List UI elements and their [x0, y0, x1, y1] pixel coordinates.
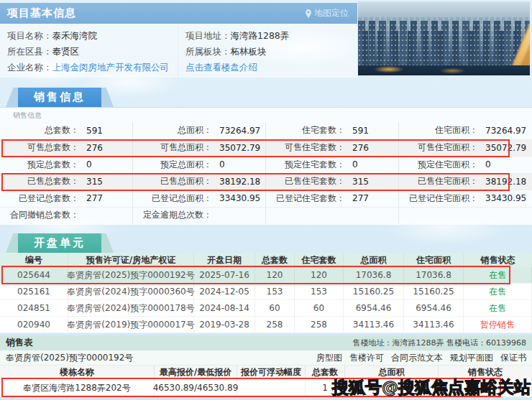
sales-permit-link[interactable]: 售楼许可 — [349, 352, 384, 364]
floorplan-link[interactable]: 房型图 — [316, 352, 342, 364]
table-row: 025161 奉贤房管(2024)预字0000360号 2024-12-05 1… — [0, 284, 532, 300]
cell-permit: 奉贤房管(2024)预字0000178号 — [68, 300, 194, 316]
field-label: 已售总面积： — [133, 175, 212, 187]
field-label: 已登记总面积： — [133, 192, 212, 205]
table-row: 合同撤销总套数： 定金逾期总次数： — [0, 207, 532, 224]
cell-residential-units: 258 — [295, 317, 344, 332]
field-label: 预定住宅套数： — [266, 159, 345, 171]
field-label: 合同撤销总套数： — [0, 209, 79, 221]
cell-total-units: 120 — [255, 267, 295, 283]
district-value: 奉贤区 — [52, 46, 80, 57]
field-value: 33430.95 — [219, 193, 260, 203]
cell-residential-area: 17036.8 — [404, 267, 464, 283]
field-label: 已登记住宅套数： — [266, 192, 345, 205]
permit-number: 奉贤房管(2025)预字0000192号 — [6, 352, 133, 364]
cell-building-name: 奉贤区海湾路1288弄202号 — [0, 379, 155, 396]
cell-unit-id: 020940 — [0, 317, 68, 332]
cell-residential-area: 34113.46 — [404, 317, 464, 332]
field-label: 定金逾期总次数： — [133, 209, 212, 221]
field-label: 住宅面积： — [399, 124, 478, 136]
table-row: 已售总套数：315 已售总面积：38192.18 已售住宅套数：315 已售住宅… — [0, 173, 532, 190]
contract-sample-link[interactable]: 合同示范文本 — [391, 352, 443, 364]
table-row: 024851 奉贤房管(2024)预字0000178号 2024-08-14 6… — [0, 300, 532, 317]
status-badge: 暂停销售 — [464, 317, 532, 332]
field-value: 315 — [86, 177, 103, 187]
status-badge: 在售 — [464, 267, 532, 283]
view-intro-link[interactable]: 点击查看楼盘介绍 — [185, 62, 257, 73]
cell-residential-units: 120 — [295, 267, 344, 283]
cell-residential-area: 15160.25 — [404, 284, 464, 299]
watermark: 搜狐号@搜狐焦点嘉峪关站 — [332, 376, 531, 399]
map-locate-label: 地图定位 — [314, 7, 349, 19]
field-label: 已售住宅面积： — [399, 175, 478, 187]
company-field: 企业名称： 上海金闵房地产开发有限公司 — [7, 62, 178, 73]
table-row: 可售总套数：276 可售总面积：35072.79 可售住宅套数：276 可售住宅… — [0, 139, 532, 157]
cell-total-units: 153 — [255, 284, 295, 299]
field-value: 277 — [86, 193, 103, 203]
doc-links: 房型图 售楼许可 合同示范文本 规划平面图 保证书 — [316, 352, 526, 364]
district-label: 所在区县： — [7, 46, 52, 57]
tab-opening-units-label: 开盘单元 — [18, 233, 101, 253]
table-row: 020940 奉贤房管(2019)预字0000017号 2019-03-28 2… — [0, 317, 532, 333]
intro-field: 点击查看楼盘介绍 — [185, 62, 357, 73]
basic-info-header: 项目基本信息 地图定位 — [0, 3, 357, 24]
map-pin-icon — [305, 9, 312, 18]
tab-sales-info[interactable]: 销售信息 — [6, 88, 114, 107]
field-label: 预定住宅面积： — [399, 159, 478, 171]
table-row: 总套数：591 总面积：73264.97 住宅套数：591 住宅面积：73264… — [0, 122, 532, 139]
address-label: 项目地址： — [185, 30, 231, 41]
field-value: 276 — [86, 143, 103, 153]
field-label: 可售住宅面积： — [399, 141, 478, 154]
field-value: 38192.18 — [219, 177, 260, 187]
cell-residential-units: 60 — [295, 300, 344, 316]
field-value: 38192.18 — [485, 177, 526, 187]
block-label: 所属板块： — [185, 46, 231, 57]
status-badge: 在售 — [464, 300, 532, 316]
cell-permit: 奉贤房管(2025)预字0000192号 — [68, 267, 194, 283]
table-row: 预定总套数：0 预定总面积：0 预定住宅套数：0 预定住宅面积：0 — [0, 156, 532, 173]
cell-float-range — [237, 379, 306, 396]
project-photo — [358, 1, 530, 75]
cell-residential-units: 153 — [295, 284, 344, 299]
sales-sheet-title: 销售表 — [6, 337, 33, 349]
field-label: 已售住宅套数： — [266, 175, 345, 187]
sales-sheet-permit-row: 奉贤房管(2025)预字0000192号 房型图 售楼许可 合同示范文本 规划平… — [0, 350, 532, 366]
field-value: 35072.79 — [485, 143, 526, 153]
map-locate-link[interactable]: 地图定位 — [305, 3, 349, 24]
column-header: 编号 — [0, 253, 68, 267]
column-header: 总面积 — [344, 253, 404, 267]
field-value: 277 — [352, 193, 369, 203]
field-label: 已售总套数： — [0, 175, 79, 187]
sales-info-sublabel: 销售信息 — [13, 111, 42, 121]
cell-open-date: 2024-12-05 — [194, 284, 255, 299]
cell-unit-id: 024851 — [0, 300, 68, 316]
basic-info-panel: 项目名称： 泰禾海湾院 所在区县： 奉贤区 企业名称： 上海金闵房地产开发有限公… — [0, 24, 357, 78]
column-header: 总套数 — [255, 253, 295, 267]
planning-plan-link[interactable]: 规划平面图 — [450, 352, 493, 364]
column-header: 报价可浮动幅度 — [237, 366, 306, 379]
company-link[interactable]: 上海金闵房地产开发有限公司 — [52, 62, 170, 73]
guarantee-link[interactable]: 保证书 — [500, 352, 526, 364]
tab-sales-info-label: 销售信息 — [18, 88, 101, 107]
cell-total-units: 60 — [255, 300, 295, 316]
opening-units-header-row: 编号 预售许可证/房地产权证 开盘日期 总套数 住宅套数 总面积 住宅面积 销售… — [0, 253, 532, 267]
sales-info-grid: 总套数：591 总面积：73264.97 住宅套数：591 住宅面积：73264… — [0, 122, 532, 223]
field-label: 已登记总套数： — [0, 192, 79, 205]
tab-opening-units[interactable]: 开盘单元 — [6, 233, 114, 253]
field-label: 总面积： — [133, 124, 212, 136]
page-title: 项目基本信息 — [7, 6, 76, 20]
cell-open-date: 2024-08-14 — [194, 300, 255, 316]
field-value: 0 — [352, 159, 358, 169]
field-label: 可售总套数： — [0, 141, 79, 154]
cell-unit-id: 025161 — [0, 284, 68, 299]
cell-total-area: 17036.8 — [344, 267, 404, 283]
district-field: 所在区县： 奉贤区 — [7, 46, 178, 57]
field-label: 已登记住宅面积： — [399, 192, 478, 205]
field-label: 预定总套数： — [0, 159, 79, 171]
column-header: 开盘日期 — [194, 253, 255, 267]
block-field: 所属板块： 柘林板块 — [185, 46, 357, 57]
cell-residential-area: 6954.46 — [404, 300, 464, 316]
page: 项目基本信息 地图定位 项目名称： 泰禾海湾院 所在区县： 奉贤区 企业名称： … — [0, 0, 532, 400]
cell-price-range: 46530.89/46530.89 — [155, 379, 237, 396]
field-label: 住宅套数： — [266, 124, 345, 136]
